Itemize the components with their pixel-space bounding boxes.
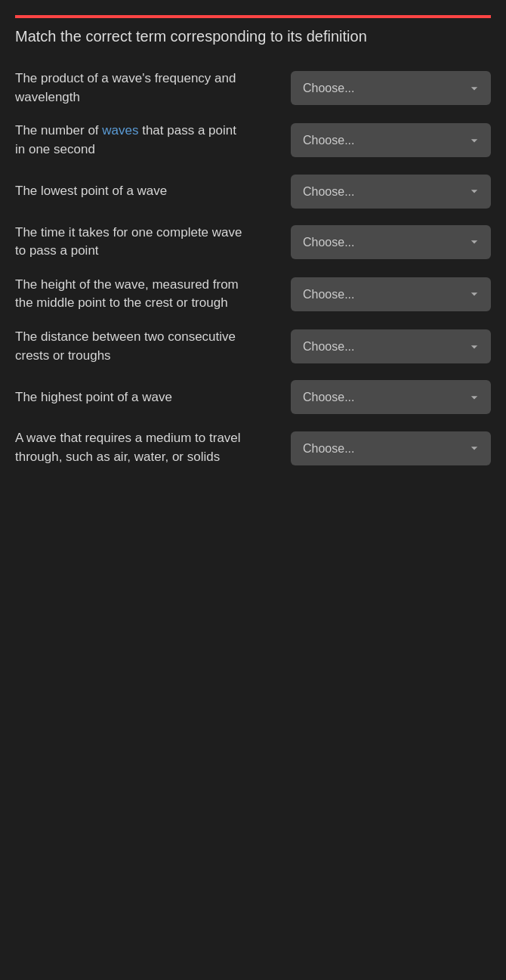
question-row-4: The time it takes for one complete wave … [15,224,491,261]
page-title: Match the correct term corresponding to … [15,26,491,47]
question-text-1: The product of a wave's frequency and wa… [15,70,249,107]
dropdown-wrapper-5: Choose... Frequency Amplitude Wavelength… [291,277,491,311]
dropdown-8[interactable]: Choose... Frequency Amplitude Wavelength… [291,431,491,465]
page-container: Match the correct term corresponding to … [0,0,506,512]
dropdown-wrapper-2: Choose... Frequency Amplitude Wavelength… [291,123,491,157]
dropdown-wrapper-3: Choose... Frequency Amplitude Wavelength… [291,175,491,209]
question-text-4: The time it takes for one complete wave … [15,224,249,261]
question-text-5: The height of the wave, measured from th… [15,276,249,313]
dropdown-wrapper-6: Choose... Frequency Amplitude Wavelength… [291,329,491,363]
question-text-6: The distance between two consecutive cre… [15,328,249,365]
question-text-2: The number of waves that pass a point in… [15,122,249,159]
question-text-7: The highest point of a wave [15,388,249,407]
dropdown-wrapper-4: Choose... Frequency Amplitude Wavelength… [291,225,491,259]
question-row-1: The product of a wave's frequency and wa… [15,70,491,107]
question-row-8: A wave that requires a medium to travel … [15,429,491,466]
dropdown-wrapper-1: Choose... Frequency Amplitude Wavelength… [291,71,491,105]
dropdown-3[interactable]: Choose... Frequency Amplitude Wavelength… [291,175,491,209]
question-row-3: The lowest point of a wave Choose... Fre… [15,175,491,209]
question-row-7: The highest point of a wave Choose... Fr… [15,380,491,414]
dropdown-wrapper-8: Choose... Frequency Amplitude Wavelength… [291,431,491,465]
question-row-2: The number of waves that pass a point in… [15,122,491,159]
top-bar [15,15,491,18]
dropdown-1[interactable]: Choose... Frequency Amplitude Wavelength… [291,71,491,105]
question-text-3: The lowest point of a wave [15,182,249,201]
dropdown-7[interactable]: Choose... Frequency Amplitude Wavelength… [291,380,491,414]
question-row-5: The height of the wave, measured from th… [15,276,491,313]
dropdown-5[interactable]: Choose... Frequency Amplitude Wavelength… [291,277,491,311]
question-row-6: The distance between two consecutive cre… [15,328,491,365]
dropdown-4[interactable]: Choose... Frequency Amplitude Wavelength… [291,225,491,259]
dropdown-2[interactable]: Choose... Frequency Amplitude Wavelength… [291,123,491,157]
question-text-8: A wave that requires a medium to travel … [15,429,249,466]
dropdown-wrapper-7: Choose... Frequency Amplitude Wavelength… [291,380,491,414]
dropdown-6[interactable]: Choose... Frequency Amplitude Wavelength… [291,329,491,363]
